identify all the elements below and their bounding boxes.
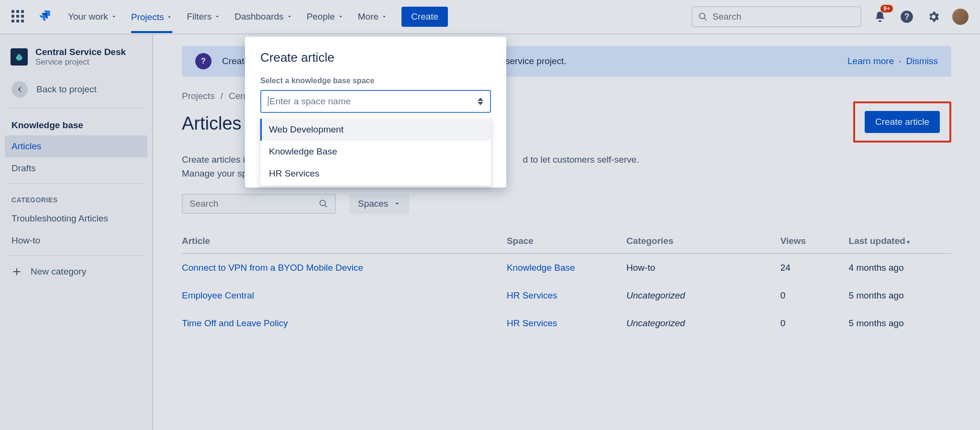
space-option[interactable]: Web Development: [260, 119, 491, 141]
space-option[interactable]: Knowledge Base: [260, 141, 491, 163]
space-select-label: Select a knowledge base space: [260, 77, 491, 85]
space-option[interactable]: HR Services: [260, 163, 491, 185]
create-article-modal: Create article Select a knowledge base s…: [245, 37, 506, 187]
space-combobox[interactable]: Enter a space name: [260, 90, 491, 113]
combobox-caret-icon: [478, 98, 483, 105]
space-placeholder: Enter a space name: [268, 96, 351, 107]
space-dropdown: Web DevelopmentKnowledge BaseHR Services: [260, 118, 491, 186]
modal-title: Create article: [260, 50, 491, 65]
